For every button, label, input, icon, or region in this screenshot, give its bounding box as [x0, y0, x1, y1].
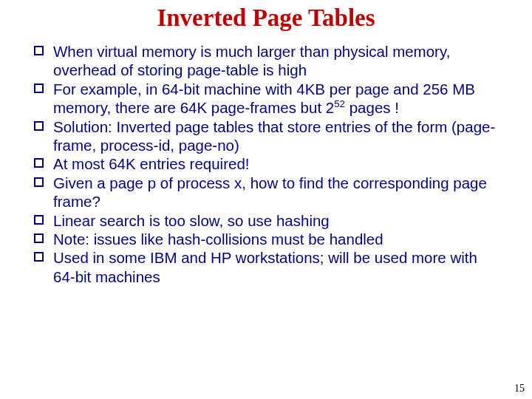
- bullet-icon: [34, 46, 44, 55]
- bullet-item: Given a page p of process x, how to find…: [34, 174, 498, 211]
- slide: Inverted Page Tables When virtual memory…: [0, 0, 532, 399]
- slide-content: When virtual memory is much larger than …: [0, 42, 532, 286]
- bullet-text: For example, in 64-bit machine with 4KB …: [53, 81, 475, 116]
- bullet-item: Used in some IBM and HP workstations; wi…: [34, 248, 498, 286]
- bullet-text: When virtual memory is much larger than …: [53, 43, 450, 78]
- bullet-icon: [34, 177, 44, 187]
- bullet-item: Note: issues like hash-collisions must b…: [34, 230, 498, 248]
- bullet-icon: [34, 233, 44, 243]
- bullet-icon: [34, 83, 44, 93]
- page-number: 15: [514, 383, 525, 395]
- bullet-post: pages !: [345, 99, 399, 116]
- bullet-icon: [34, 158, 44, 168]
- bullet-text: Solution: Inverted page tables that stor…: [53, 118, 495, 154]
- bullet-text: Used in some IBM and HP workstations; wi…: [53, 249, 477, 284]
- bullet-item: Solution: Inverted page tables that stor…: [34, 117, 498, 155]
- bullet-item: Linear search is too slow, so use hashin…: [34, 211, 498, 230]
- bullet-item: For example, in 64-bit machine with 4KB …: [34, 80, 498, 117]
- bullet-text: Note: issues like hash-collisions must b…: [53, 231, 383, 248]
- slide-title: Inverted Page Tables: [0, 0, 532, 42]
- bullet-icon: [34, 252, 44, 262]
- bullet-pre: For example, in 64-bit machine with 4KB …: [53, 81, 475, 116]
- bullet-item: At most 64K entries required!: [34, 154, 498, 173]
- bullet-text: At most 64K entries required!: [53, 155, 250, 172]
- bullet-text: Linear search is too slow, so use hashin…: [53, 212, 330, 229]
- bullet-icon: [34, 121, 44, 131]
- bullet-icon: [34, 215, 44, 225]
- exponent: 52: [334, 98, 345, 109]
- bullet-item: When virtual memory is much larger than …: [34, 42, 498, 80]
- bullet-text: Given a page p of process x, how to find…: [53, 174, 487, 210]
